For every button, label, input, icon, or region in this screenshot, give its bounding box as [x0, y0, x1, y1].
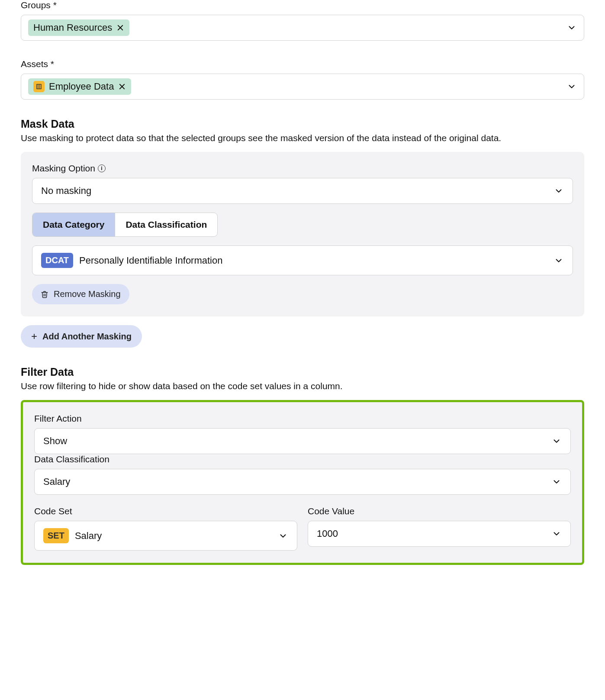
svg-rect-2 — [37, 84, 42, 89]
code-value-select[interactable]: 1000 — [308, 521, 571, 547]
code-value-value: 1000 — [317, 528, 338, 539]
remove-masking-button[interactable]: Remove Masking — [32, 284, 129, 304]
chevron-down-icon — [554, 186, 564, 196]
add-masking-label: Add Another Masking — [42, 332, 132, 342]
chevron-down-icon — [566, 23, 577, 33]
assets-chip: Employee Data — [28, 78, 131, 95]
filter-data-desc: Use row filtering to hide or show data b… — [21, 381, 584, 391]
chevron-down-icon — [566, 81, 577, 92]
data-category-select[interactable]: DCAT Personally Identifiable Information — [32, 245, 573, 275]
masking-option-select[interactable]: No masking — [32, 178, 573, 204]
mask-panel: Masking Option i No masking Data Categor… — [21, 152, 584, 316]
chevron-down-icon — [551, 529, 562, 539]
filter-action-label: Filter Action — [34, 413, 571, 424]
info-icon[interactable]: i — [98, 165, 106, 172]
close-icon[interactable] — [118, 83, 126, 90]
plus-icon: + — [31, 331, 37, 342]
code-set-value: Salary — [75, 530, 102, 542]
close-icon[interactable] — [116, 24, 124, 32]
set-badge: SET — [43, 528, 69, 543]
code-value-label: Code Value — [308, 506, 571, 516]
chevron-down-icon — [551, 436, 562, 446]
code-set-select[interactable]: SET Salary — [34, 521, 297, 551]
dcat-badge: DCAT — [41, 253, 73, 268]
filter-classification-label: Data Classification — [34, 454, 571, 465]
assets-chip-label: Employee Data — [49, 81, 114, 92]
filter-action-value: Show — [43, 435, 67, 447]
filter-data-title: Filter Data — [21, 366, 584, 378]
chevron-down-icon — [551, 477, 562, 487]
add-masking-button[interactable]: + Add Another Masking — [21, 325, 142, 348]
remove-masking-label: Remove Masking — [54, 289, 121, 299]
tab-data-category[interactable]: Data Category — [32, 213, 115, 236]
filter-panel: Filter Action Show Data Classification S… — [21, 400, 584, 565]
masking-option-value: No masking — [41, 185, 91, 197]
groups-chip: Human Resources — [28, 19, 129, 36]
chevron-down-icon — [278, 531, 288, 541]
filter-action-select[interactable]: Show — [34, 428, 571, 454]
tab-data-classification[interactable]: Data Classification — [115, 213, 217, 236]
filter-classification-select[interactable]: Salary — [34, 469, 571, 495]
mask-data-title: Mask Data — [21, 118, 584, 130]
table-icon — [33, 81, 45, 92]
chevron-down-icon — [554, 255, 564, 266]
assets-label: Assets * — [21, 59, 584, 69]
groups-select[interactable]: Human Resources — [21, 15, 584, 41]
groups-label: Groups * — [21, 0, 584, 10]
masking-option-label-text: Masking Option — [32, 163, 95, 174]
data-category-value: Personally Identifiable Information — [79, 255, 222, 266]
code-set-label: Code Set — [34, 506, 297, 516]
mask-data-desc: Use masking to protect data so that the … — [21, 133, 584, 143]
groups-chip-label: Human Resources — [33, 22, 112, 33]
masking-option-label: Masking Option i — [32, 163, 573, 174]
trash-icon — [41, 290, 48, 298]
filter-classification-value: Salary — [43, 476, 70, 487]
assets-select[interactable]: Employee Data — [21, 74, 584, 100]
mask-tabs: Data Category Data Classification — [32, 213, 218, 237]
